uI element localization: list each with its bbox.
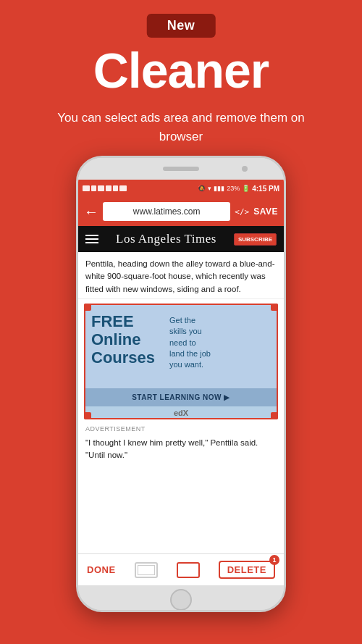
new-badge: New xyxy=(147,14,216,38)
ad-bottom: edX xyxy=(84,406,278,419)
newspaper-name: Los Angeles Times xyxy=(106,232,227,246)
signal-icon: ▮▮▮ xyxy=(214,185,224,192)
delete-badge: 1 xyxy=(269,555,279,565)
phone-screen: 🔕 ▾ ▮▮▮ 23% 🔋 4:15 PM ← www.latimes.com … xyxy=(78,180,284,585)
status-left xyxy=(83,185,127,191)
home-button[interactable] xyxy=(170,589,192,611)
url-text: www.latimes.com xyxy=(133,206,201,217)
status-icon-6 xyxy=(119,185,127,191)
ad-left-text: FREEOnlineCourses xyxy=(91,312,164,367)
browser-content: Los Angeles Times SUBSCRIBE Penttila, he… xyxy=(78,226,284,464)
phone-bottom-bar xyxy=(78,585,284,612)
status-icon-5 xyxy=(113,185,118,191)
subtitle-text: You can select ads area and remove them … xyxy=(57,111,304,143)
page-title: Cleaner xyxy=(0,42,362,99)
status-bar: 🔕 ▾ ▮▮▮ 23% 🔋 4:15 PM xyxy=(78,180,284,197)
status-icon-4 xyxy=(106,185,111,191)
status-icon-1 xyxy=(83,185,90,191)
done-button[interactable]: DONE xyxy=(87,564,116,575)
back-button[interactable]: ← xyxy=(84,204,98,220)
hamburger-menu[interactable] xyxy=(85,235,98,243)
status-icons xyxy=(83,185,127,191)
select-icon-1[interactable] xyxy=(135,562,158,578)
ad-container[interactable]: FREEOnlineCourses Get theskills youneed … xyxy=(84,304,278,419)
phone-mockup: 🔕 ▾ ▮▮▮ 23% 🔋 4:15 PM ← www.latimes.com … xyxy=(76,156,286,612)
status-time: 4:15 PM xyxy=(252,185,279,193)
mute-icon: 🔕 xyxy=(198,185,206,192)
code-icon[interactable]: </> xyxy=(235,207,249,217)
page-subtitle: You can select ads area and remove them … xyxy=(0,109,362,146)
bottom-toolbar: DONE DELETE 1 xyxy=(78,553,284,585)
status-right: 🔕 ▾ ▮▮▮ 23% 🔋 4:15 PM xyxy=(198,185,279,193)
delete-wrapper: DELETE 1 xyxy=(219,561,275,579)
select-icon-2[interactable] xyxy=(177,562,200,578)
battery-percent: 23% xyxy=(227,185,240,192)
ad-cta-text: START LEARNING NOW ▶ xyxy=(84,388,278,406)
hamburger-line-1 xyxy=(85,235,98,236)
hamburger-line-2 xyxy=(85,238,98,240)
save-button[interactable]: SAVE xyxy=(253,206,278,217)
phone-speaker xyxy=(163,167,199,171)
url-display[interactable]: www.latimes.com xyxy=(103,202,230,221)
status-icon-3 xyxy=(98,185,104,191)
phone-top-bar xyxy=(78,158,284,180)
ad-banner: FREEOnlineCourses Get theskills youneed … xyxy=(84,304,278,419)
status-icon-2 xyxy=(91,185,96,191)
subscribe-button[interactable]: SUBSCRIBE xyxy=(234,233,277,246)
delete-button[interactable]: DELETE xyxy=(219,561,275,579)
battery-icon: 🔋 xyxy=(242,185,250,192)
hamburger-line-3 xyxy=(85,242,98,243)
article-text-2: "I thought I knew him pretty well," Pent… xyxy=(78,434,284,465)
address-bar: ← www.latimes.com </> SAVE xyxy=(78,197,284,226)
newspaper-header: Los Angeles Times SUBSCRIBE xyxy=(78,226,284,252)
article-text-1: Penttila, heading down the alley toward … xyxy=(78,252,284,299)
edx-logo: edX xyxy=(174,409,188,417)
ad-label: ADVERTISEMENT xyxy=(78,424,284,434)
ad-right-text: Get theskills youneed toland the jobyou … xyxy=(169,312,211,371)
phone-camera xyxy=(242,166,248,172)
wifi-icon: ▾ xyxy=(208,185,211,192)
ad-main: FREEOnlineCourses Get theskills youneed … xyxy=(84,304,278,388)
